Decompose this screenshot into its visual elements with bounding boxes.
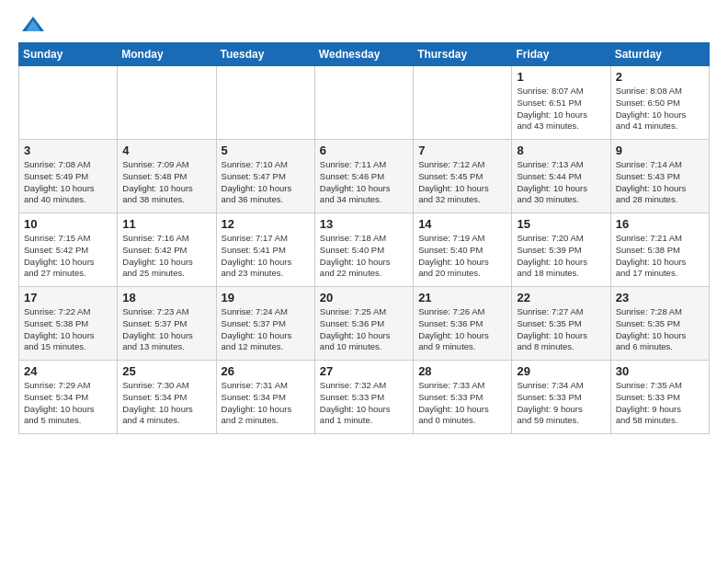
day-cell: 13Sunrise: 7:18 AM Sunset: 5:40 PM Dayli…	[314, 213, 413, 287]
day-info: Sunrise: 7:33 AM Sunset: 5:33 PM Dayligh…	[418, 380, 506, 427]
day-cell: 30Sunrise: 7:35 AM Sunset: 5:33 PM Dayli…	[610, 361, 709, 434]
day-number: 18	[122, 291, 210, 304]
day-info: Sunrise: 7:15 AM Sunset: 5:42 PM Dayligh…	[24, 233, 112, 280]
day-number: 2	[616, 70, 704, 84]
day-number: 16	[616, 217, 704, 231]
day-number: 28	[418, 364, 506, 378]
day-number: 4	[122, 144, 210, 157]
day-number: 26	[222, 364, 310, 378]
day-info: Sunrise: 7:26 AM Sunset: 5:36 PM Dayligh…	[418, 306, 506, 353]
day-cell: 28Sunrise: 7:33 AM Sunset: 5:33 PM Dayli…	[414, 361, 512, 434]
day-info: Sunrise: 7:14 AM Sunset: 5:43 PM Dayligh…	[616, 159, 704, 206]
day-cell: 11Sunrise: 7:16 AM Sunset: 5:42 PM Dayli…	[118, 213, 216, 287]
logo-icon	[20, 15, 46, 33]
day-info: Sunrise: 7:08 AM Sunset: 5:49 PM Dayligh…	[24, 159, 112, 206]
day-info: Sunrise: 7:30 AM Sunset: 5:34 PM Dayligh…	[122, 380, 210, 427]
day-info: Sunrise: 7:13 AM Sunset: 5:44 PM Dayligh…	[517, 159, 605, 206]
day-info: Sunrise: 7:32 AM Sunset: 5:33 PM Dayligh…	[320, 380, 408, 427]
day-number: 30	[616, 364, 704, 378]
day-number: 25	[122, 364, 210, 378]
day-info: Sunrise: 7:18 AM Sunset: 5:40 PM Dayligh…	[320, 233, 408, 280]
day-cell: 17Sunrise: 7:22 AM Sunset: 5:38 PM Dayli…	[19, 287, 118, 361]
header-tuesday: Tuesday	[216, 43, 314, 66]
day-info: Sunrise: 8:07 AM Sunset: 6:51 PM Dayligh…	[517, 86, 605, 132]
day-number: 3	[24, 144, 112, 157]
day-info: Sunrise: 8:08 AM Sunset: 6:50 PM Dayligh…	[616, 86, 704, 132]
header-saturday: Saturday	[610, 43, 709, 66]
day-cell: 12Sunrise: 7:17 AM Sunset: 5:41 PM Dayli…	[216, 213, 314, 287]
day-info: Sunrise: 7:29 AM Sunset: 5:34 PM Dayligh…	[24, 380, 112, 427]
week-row-5: 24Sunrise: 7:29 AM Sunset: 5:34 PM Dayli…	[19, 361, 710, 434]
day-cell: 9Sunrise: 7:14 AM Sunset: 5:43 PM Daylig…	[610, 140, 709, 213]
day-number: 20	[320, 291, 408, 304]
day-number: 29	[517, 364, 605, 378]
day-cell: 19Sunrise: 7:24 AM Sunset: 5:37 PM Dayli…	[216, 287, 314, 361]
day-cell: 4Sunrise: 7:09 AM Sunset: 5:48 PM Daylig…	[118, 140, 216, 213]
day-cell: 10Sunrise: 7:15 AM Sunset: 5:42 PM Dayli…	[19, 213, 118, 287]
day-cell: 8Sunrise: 7:13 AM Sunset: 5:44 PM Daylig…	[512, 140, 610, 213]
day-number: 12	[222, 217, 310, 231]
day-number: 22	[517, 291, 605, 304]
header-row: SundayMondayTuesdayWednesdayThursdayFrid…	[19, 43, 710, 66]
day-cell: 3Sunrise: 7:08 AM Sunset: 5:49 PM Daylig…	[19, 140, 118, 213]
day-number: 1	[517, 70, 605, 84]
day-info: Sunrise: 7:34 AM Sunset: 5:33 PM Dayligh…	[517, 380, 605, 427]
day-info: Sunrise: 7:09 AM Sunset: 5:48 PM Dayligh…	[122, 159, 210, 206]
day-number: 5	[222, 144, 310, 157]
day-cell: 24Sunrise: 7:29 AM Sunset: 5:34 PM Dayli…	[19, 361, 118, 434]
day-cell: 6Sunrise: 7:11 AM Sunset: 5:46 PM Daylig…	[314, 140, 413, 213]
week-row-2: 3Sunrise: 7:08 AM Sunset: 5:49 PM Daylig…	[19, 140, 710, 213]
day-number: 11	[122, 217, 210, 231]
day-info: Sunrise: 7:12 AM Sunset: 5:45 PM Dayligh…	[418, 159, 506, 206]
day-number: 15	[517, 217, 605, 231]
day-info: Sunrise: 7:10 AM Sunset: 5:47 PM Dayligh…	[222, 159, 310, 206]
day-info: Sunrise: 7:25 AM Sunset: 5:36 PM Dayligh…	[320, 306, 408, 353]
day-info: Sunrise: 7:17 AM Sunset: 5:41 PM Dayligh…	[222, 233, 310, 280]
day-cell: 5Sunrise: 7:10 AM Sunset: 5:47 PM Daylig…	[216, 140, 314, 213]
day-cell: 2Sunrise: 8:08 AM Sunset: 6:50 PM Daylig…	[610, 66, 709, 140]
day-cell	[414, 66, 512, 140]
day-cell	[118, 66, 216, 140]
day-info: Sunrise: 7:23 AM Sunset: 5:37 PM Dayligh…	[122, 306, 210, 353]
day-number: 7	[418, 144, 506, 157]
header-monday: Monday	[118, 43, 216, 66]
day-cell: 26Sunrise: 7:31 AM Sunset: 5:34 PM Dayli…	[216, 361, 314, 434]
day-number: 27	[320, 364, 408, 378]
day-info: Sunrise: 7:16 AM Sunset: 5:42 PM Dayligh…	[122, 233, 210, 280]
day-number: 17	[24, 291, 112, 304]
page: SundayMondayTuesdayWednesdayThursdayFrid…	[0, 0, 728, 443]
day-cell: 29Sunrise: 7:34 AM Sunset: 5:33 PM Dayli…	[512, 361, 610, 434]
header-wednesday: Wednesday	[314, 43, 413, 66]
week-row-3: 10Sunrise: 7:15 AM Sunset: 5:42 PM Dayli…	[19, 213, 710, 287]
header-sunday: Sunday	[19, 43, 118, 66]
day-info: Sunrise: 7:35 AM Sunset: 5:33 PM Dayligh…	[616, 380, 704, 427]
day-number: 6	[320, 144, 408, 157]
logo	[18, 15, 46, 33]
day-cell	[314, 66, 413, 140]
day-info: Sunrise: 7:24 AM Sunset: 5:37 PM Dayligh…	[222, 306, 310, 353]
header-thursday: Thursday	[414, 43, 512, 66]
day-cell: 15Sunrise: 7:20 AM Sunset: 5:39 PM Dayli…	[512, 213, 610, 287]
day-info: Sunrise: 7:28 AM Sunset: 5:35 PM Dayligh…	[616, 306, 704, 353]
header	[18, 15, 710, 33]
day-info: Sunrise: 7:19 AM Sunset: 5:40 PM Dayligh…	[418, 233, 506, 280]
day-cell: 16Sunrise: 7:21 AM Sunset: 5:38 PM Dayli…	[610, 213, 709, 287]
day-cell	[216, 66, 314, 140]
week-row-4: 17Sunrise: 7:22 AM Sunset: 5:38 PM Dayli…	[19, 287, 710, 361]
day-number: 19	[222, 291, 310, 304]
day-cell: 22Sunrise: 7:27 AM Sunset: 5:35 PM Dayli…	[512, 287, 610, 361]
day-cell: 20Sunrise: 7:25 AM Sunset: 5:36 PM Dayli…	[314, 287, 413, 361]
day-cell: 1Sunrise: 8:07 AM Sunset: 6:51 PM Daylig…	[512, 66, 610, 140]
day-info: Sunrise: 7:27 AM Sunset: 5:35 PM Dayligh…	[517, 306, 605, 353]
day-cell: 18Sunrise: 7:23 AM Sunset: 5:37 PM Dayli…	[118, 287, 216, 361]
day-number: 9	[616, 144, 704, 157]
calendar-table: SundayMondayTuesdayWednesdayThursdayFrid…	[18, 42, 710, 434]
day-number: 21	[418, 291, 506, 304]
day-info: Sunrise: 7:21 AM Sunset: 5:38 PM Dayligh…	[616, 233, 704, 280]
day-cell: 21Sunrise: 7:26 AM Sunset: 5:36 PM Dayli…	[414, 287, 512, 361]
header-friday: Friday	[512, 43, 610, 66]
day-number: 13	[320, 217, 408, 231]
week-row-1: 1Sunrise: 8:07 AM Sunset: 6:51 PM Daylig…	[19, 66, 710, 140]
day-number: 23	[616, 291, 704, 304]
day-cell: 27Sunrise: 7:32 AM Sunset: 5:33 PM Dayli…	[314, 361, 413, 434]
